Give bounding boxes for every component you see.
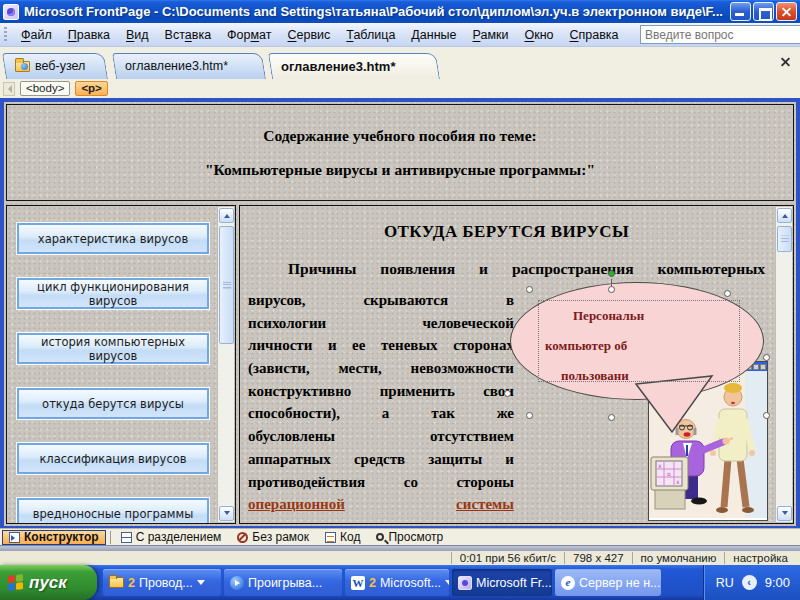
frontpage-app-icon <box>3 4 19 20</box>
selection-handle[interactable] <box>724 290 731 297</box>
ask-question-input[interactable] <box>640 25 800 44</box>
magnifier-icon <box>376 533 384 541</box>
content-heading: ОТКУДА БЕРУТСЯ ВИРУСЫ <box>248 222 765 242</box>
status-default[interactable]: по умолчанию <box>632 552 725 564</box>
svg-text:x: x <box>658 462 662 469</box>
taskbar: пуск 2 Провод... Проигрыва... W 2 Micros… <box>0 565 800 600</box>
start-button[interactable]: пуск <box>0 565 97 600</box>
selection-handle[interactable] <box>504 390 511 397</box>
menu-item-view[interactable]: Вид <box>118 25 157 45</box>
taskbar-button-frontpage[interactable]: Microsoft Fr... <box>452 569 552 596</box>
system-tray: RU ‹ 9:00 <box>703 565 800 600</box>
page-title-line2: "Компьютерные вирусы и антивирусные прог… <box>205 161 595 179</box>
view-mode-bar: Конструктор С разделением Без рамок Код … <box>0 528 800 545</box>
chevron-down-icon <box>445 580 449 589</box>
menu-item-window[interactable]: Окно <box>516 25 561 45</box>
menu-item-frames[interactable]: Рамки <box>465 25 517 45</box>
status-custom[interactable]: настройка <box>724 552 796 564</box>
menu-item-format[interactable]: Формат <box>219 25 279 45</box>
tag-p[interactable]: <p> <box>75 81 107 96</box>
menu-bar: Файл Правка Вид Вставка Формат Сервис Та… <box>0 23 800 47</box>
menu-item-data[interactable]: Данные <box>403 25 464 45</box>
quick-tag-selector: <body> <p> <box>0 79 800 98</box>
scroll-up-icon[interactable] <box>777 208 792 223</box>
selection-handle[interactable] <box>763 412 770 419</box>
word-icon: W <box>351 576 365 590</box>
selection-handle[interactable] <box>763 354 770 361</box>
menu-item-edit[interactable]: Правка <box>60 25 118 45</box>
selection-handle[interactable] <box>526 412 533 419</box>
windows-logo-icon <box>8 574 23 591</box>
view-mode-no-frames[interactable]: Без рамок <box>231 530 315 545</box>
scroll-down-icon[interactable] <box>219 506 234 521</box>
header-frame[interactable]: Содержание учебного пособия по теме: "Ко… <box>6 104 794 201</box>
navigation-frame: характеристика вирусов цикл функциониров… <box>6 205 236 524</box>
no-frames-icon <box>237 532 248 543</box>
toolbar-grip[interactable] <box>4 27 7 43</box>
restore-button[interactable] <box>753 2 774 21</box>
close-button[interactable] <box>776 2 797 21</box>
tag-scroll-left-button[interactable] <box>3 82 15 96</box>
menu-item-tools[interactable]: Сервис <box>280 25 339 45</box>
nav-button-life-cycle[interactable]: цикл функционирования вирусов <box>17 278 209 309</box>
paragraph-first-line: Причины появления и распространения комп… <box>248 260 765 278</box>
hyperlink-operating-system[interactable]: операционной системы <box>248 496 514 513</box>
taskbar-button-explorer-group[interactable]: 2 Провод... <box>103 569 221 596</box>
nav-button-malware[interactable]: вредноносные программы <box>17 498 209 524</box>
chevron-left-icon <box>4 85 12 93</box>
folder-icon <box>109 577 124 588</box>
status-bar: 0:01 при 56 кбит/с 798 x 427 по умолчани… <box>0 551 800 565</box>
svg-text:o: o <box>667 470 671 477</box>
hide-icons-button[interactable]: ‹ <box>742 575 757 590</box>
chevron-down-icon <box>197 580 205 589</box>
document-tab-bar: веб-узел оглавление3.htm* оглавление3.ht… <box>0 47 800 79</box>
minimize-button[interactable] <box>730 2 751 21</box>
designer-icon <box>9 532 20 543</box>
nav-button-classification[interactable]: классификация вирусов <box>17 443 209 474</box>
selection-handle[interactable] <box>608 286 615 293</box>
scroll-down-icon[interactable] <box>777 506 792 521</box>
code-icon <box>325 532 336 543</box>
nav-button-origin[interactable]: откуда берутся вирусы <box>17 388 209 419</box>
content-scrollbar-thumb[interactable] <box>777 226 792 252</box>
scroll-up-icon[interactable] <box>219 208 234 223</box>
nav-scrollbar-thumb[interactable] <box>219 226 234 344</box>
ask-question-box <box>640 25 792 44</box>
view-mode-preview[interactable]: Просмотр <box>370 530 449 545</box>
view-mode-split[interactable]: С разделением <box>115 530 228 545</box>
nav-button-characteristics[interactable]: характеристика вирусов <box>17 223 209 254</box>
taskbar-button-media-player[interactable]: Проигрыва... <box>224 569 342 596</box>
nav-button-history[interactable]: история компьютерных вирусов <box>17 333 209 364</box>
status-download-time: 0:01 при 56 кбит/с <box>451 552 564 564</box>
status-page-size: 798 x 427 <box>564 552 632 564</box>
menu-item-insert[interactable]: Вставка <box>157 25 219 45</box>
svg-text:x: x <box>676 478 680 485</box>
close-document-icon[interactable] <box>779 56 792 69</box>
tab-web-site[interactable]: веб-узел <box>6 53 108 79</box>
tag-body[interactable]: <body> <box>20 81 70 96</box>
content-frame: ОТКУДА БЕРУТСЯ ВИРУСЫ Причины появления … <box>239 205 794 524</box>
speech-bubble-tail <box>628 374 720 436</box>
callout-text-box[interactable]: Персональн компьютер об пользовани <box>538 300 740 382</box>
menu-item-file[interactable]: Файл <box>13 25 60 45</box>
taskbar-button-word-group[interactable]: W 2 Microsoft... <box>345 569 449 596</box>
nav-scrollbar[interactable] <box>217 207 234 522</box>
language-indicator[interactable]: RU <box>716 576 734 590</box>
tab-oglavlenie3-active[interactable]: оглавление3.htm* <box>272 53 440 79</box>
taskbar-button-server[interactable]: e Сервер не н... <box>555 569 661 596</box>
view-mode-code[interactable]: Код <box>319 530 366 545</box>
content-scrollbar[interactable] <box>775 207 792 522</box>
rotation-handle[interactable] <box>608 270 615 277</box>
view-mode-designer[interactable]: Конструктор <box>2 530 106 545</box>
separator <box>110 531 111 544</box>
menu-item-table[interactable]: Таблица <box>338 25 403 45</box>
frontpage-icon <box>458 576 472 590</box>
split-view-icon <box>121 532 132 543</box>
selection-handle[interactable] <box>608 414 615 421</box>
page-title-line1: Содержание учебного пособия по теме: <box>263 127 536 145</box>
menu-item-help[interactable]: Справка <box>562 25 627 45</box>
window-title: Microsoft FrontPage - C:\Documents and S… <box>24 4 728 19</box>
selection-handle[interactable] <box>526 286 533 293</box>
tab-oglavlenie3-background[interactable]: оглавление3.htm* <box>116 53 266 79</box>
paragraph-text: вирусов, скрываются в психологии человеч… <box>248 292 514 496</box>
